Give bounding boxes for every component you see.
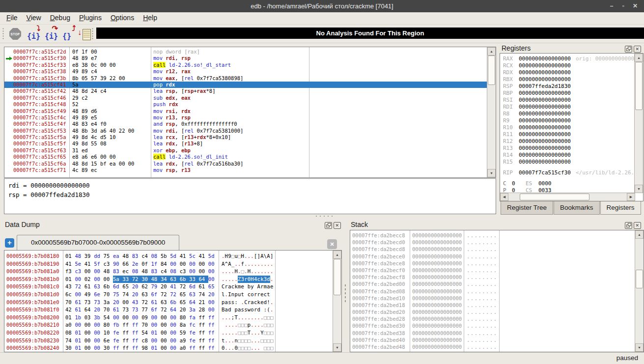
register-row[interactable]: RSP00007ffeda2d1830	[503, 83, 635, 90]
scroll-down-arrow[interactable]: ▼	[487, 169, 496, 177]
register-row[interactable]: RBX0000000000000000	[503, 76, 635, 83]
scroll-down-arrow[interactable]: ▼	[333, 343, 341, 352]
registers-hscrollbar[interactable]: ◀▶	[500, 193, 635, 201]
register-row[interactable]: RIP00007f7ca515cf30</usr/lib/ld-2.26.so	[503, 169, 635, 176]
disasm-row[interactable]: 00007f7c:a515cf6a48 8d 15 bf ea 00 00lea…	[4, 161, 487, 167]
hex-dump-view[interactable]: 00005569:b7b08180014839dd75ea4883c4085b5…	[4, 250, 342, 352]
register-row[interactable]: RDI0000000000000000	[503, 104, 635, 111]
register-row[interactable]: R150000000000000000	[503, 159, 635, 166]
stack-scrollbar[interactable]: ▲▼	[635, 230, 644, 352]
scroll-thumb[interactable]	[334, 259, 341, 295]
disasm-row[interactable]: 00007f7c:a515cf3048 89 e7mov rdi, rsp	[4, 55, 487, 61]
stack-row[interactable]: 00007ffe:da2bed100000000000000000.......…	[350, 295, 635, 302]
disasm-row[interactable]: 00007f7c:a515cf3b8b 05 57 39 22 00mov ea…	[4, 75, 487, 82]
disasm-row[interactable]: 00007f7c:a515cf2d0f 1f 00nop dword [rax]	[4, 49, 487, 55]
hex-row[interactable]: 00005569:b7b081b001000200005a33723048346…	[4, 276, 333, 283]
menu-item-debug[interactable]: Debug	[46, 12, 75, 24]
stack-row[interactable]: 00007ffe:da2becc80000000000000000.......…	[350, 232, 635, 239]
scroll-up-arrow[interactable]: ▲	[635, 230, 644, 239]
stack-row[interactable]: 00007ffe:da2bece00000000000000000.......…	[350, 253, 635, 260]
register-row[interactable]: R110000000000000000	[503, 131, 635, 138]
register-row[interactable]: RAX0000000000000000orig: 000000000000000…	[503, 56, 635, 62]
disasm-row[interactable]: 00007f7c:a515cf714c 89 ecmov rsp, r13	[4, 167, 487, 173]
hex-row[interactable]: 00005569:b7b08180014839dd75ea4883c4085b5…	[4, 252, 333, 260]
hex-row[interactable]: 00005569:b7b08200011b033b540000000900000…	[4, 314, 333, 322]
stack-row[interactable]: 00007ffe:da2becf80000000000000000.......…	[350, 274, 635, 280]
stack-row[interactable]: 00007ffe:da2bed280000000000000000.......…	[350, 315, 635, 322]
scroll-thumb[interactable]	[520, 194, 589, 200]
disassembly-view[interactable]: 00007f7c:a515cf2d0f 1f 00nop dword [rax]…	[4, 47, 496, 178]
step-into-button[interactable]: {i}⤵	[26, 27, 40, 41]
stack-view[interactable]: 00007ffe:da2becc80000000000000000.......…	[350, 230, 644, 352]
run-to-button[interactable]: ↓	[77, 27, 91, 41]
dump-region-tab[interactable]: 0x00005569b7b07000-0x00005569b7b09000	[17, 235, 179, 250]
close-panel-icon[interactable]	[634, 46, 641, 53]
step-over-button[interactable]: {i}↷	[43, 27, 58, 41]
float-panel-icon[interactable]	[625, 222, 632, 229]
hex-row[interactable]: 00005569:b7b08230740100006efeffffc800000…	[4, 337, 333, 345]
register-row[interactable]: RSI0000000000000000	[503, 97, 635, 104]
scroll-down-arrow[interactable]: ▼	[635, 343, 644, 352]
disasm-row[interactable]: 00007f7c:a515cf4c49 89 e5mov r13, rsp	[4, 114, 487, 121]
close-panel-icon[interactable]	[634, 222, 641, 229]
disasm-row[interactable]: 00007f7c:a515cf4248 8d 24 c4lea rsp, [rs…	[4, 88, 487, 94]
disasm-row[interactable]: 00007f7c:a515cf4f48 83 e4 f0and rsp, 0xf…	[4, 121, 487, 127]
close-button[interactable]: ✕	[629, 0, 641, 12]
toolbar-grip[interactable]	[2, 28, 5, 40]
vertical-splitter-handle[interactable]	[344, 283, 346, 303]
disasm-row[interactable]: 00007f7c:a515cf4629 c2sub edx, eax	[4, 95, 487, 101]
register-row[interactable]: RBP0000000000000000	[503, 90, 635, 97]
scroll-up-arrow[interactable]: ▲	[487, 47, 496, 56]
disasm-row[interactable]: 00007f7c:a515cf6331 edxor ebp, ebp	[4, 147, 487, 154]
scroll-up-arrow[interactable]: ▲	[635, 54, 643, 62]
minimize-button[interactable]: –	[606, 0, 617, 12]
register-row[interactable]: RCX0000000000000000	[503, 62, 635, 69]
maximize-button[interactable]: ▫	[617, 0, 629, 12]
datadump-scrollbar[interactable]: ▲▼	[333, 251, 341, 352]
menu-item-plugins[interactable]: Plugins	[75, 12, 106, 24]
flag-row[interactable]: C0ES0000	[503, 180, 635, 187]
stack-row[interactable]: 00007ffe:da2bed400000000000000000.......…	[350, 336, 635, 343]
scroll-thumb[interactable]	[636, 270, 643, 288]
close-panel-icon[interactable]	[334, 222, 341, 229]
tab-register-tree[interactable]: Register Tree	[501, 201, 553, 215]
stack-row[interactable]: 00007ffe:da2bed300000000000000000.......…	[350, 322, 635, 329]
hex-row[interactable]: 00005569:b7b081c0437261636b6d65206279204…	[4, 283, 333, 291]
scroll-down-arrow[interactable]: ▼	[635, 185, 643, 193]
hex-row[interactable]: 00005569:b7b08210a000000080fbffff7000000…	[4, 321, 333, 329]
stack-row[interactable]: 00007ffe:da2bed380000000000000000.......…	[350, 330, 635, 336]
disasm-row[interactable]: 00007f7c:a515cf4948 89 d6mov rsi, rdx	[4, 108, 487, 114]
register-row[interactable]: R80000000000000000	[503, 111, 635, 117]
register-row[interactable]: R120000000000000000	[503, 138, 635, 145]
scroll-thumb[interactable]	[488, 56, 495, 85]
stack-row[interactable]: 00007ffe:da2becd80000000000000000.......…	[350, 246, 635, 252]
hex-row[interactable]: 00005569:b7b082403001000030ffffff9801000…	[4, 344, 333, 352]
menu-item-help[interactable]: Help	[139, 12, 162, 24]
registers-view[interactable]: RAX0000000000000000orig: 000000000000000…	[500, 53, 644, 201]
register-row[interactable]: R130000000000000000	[503, 145, 635, 152]
menu-item-options[interactable]: Options	[106, 12, 139, 24]
register-row[interactable]: RDX0000000000000000	[503, 69, 635, 76]
hex-row[interactable]: 00005569:b7b081a0f3c300004883ec084883c40…	[4, 268, 333, 276]
disasm-row[interactable]: 00007f7c:a515cf415apop rdx	[4, 82, 487, 88]
scroll-left-arrow[interactable]: ◀	[500, 193, 508, 201]
flag-row[interactable]: P0CS0033	[503, 187, 635, 193]
stack-row[interactable]: 00007ffe:da2becd00000000000000000.......…	[350, 239, 635, 246]
disasm-row[interactable]: 00007f7c:a515cf5a49 8d 4c d5 10lea rcx, …	[4, 134, 487, 140]
disasm-row[interactable]: 00007f7c:a515cf65e8 a6 e6 00 00call ld-2…	[4, 154, 487, 160]
stack-row[interactable]: 00007ffe:da2bed000000000000000000.......…	[350, 280, 635, 287]
stack-row[interactable]: 00007ffe:da2bece80000000000000000.......…	[350, 260, 635, 267]
stack-row[interactable]: 00007ffe:da2bed200000000000000000.......…	[350, 308, 635, 315]
horizontal-splitter-handle[interactable]	[314, 215, 334, 217]
hex-row[interactable]: 00005569:b7b081f04261642070617373776f726…	[4, 306, 333, 314]
register-row[interactable]: R140000000000000000	[503, 152, 635, 159]
disasm-row[interactable]: 00007f7c:a515cf5f49 8d 55 08lea rdx, [r1…	[4, 140, 487, 147]
hex-row[interactable]: 00005569:b7b08190415e415fc390662e0f1f840…	[4, 260, 333, 268]
register-row[interactable]: R100000000000000000	[503, 124, 635, 131]
disasm-row[interactable]: 00007f7c:a515cf3849 89 c4mov r12, rax	[4, 68, 487, 75]
step-out-button[interactable]: {}⤴	[61, 27, 76, 41]
stack-row[interactable]: 00007ffe:da2bed080000000000000000.......…	[350, 288, 635, 295]
tab-bookmarks[interactable]: Bookmarks	[554, 201, 600, 215]
close-dump-tab-button[interactable]: ✕	[327, 239, 337, 249]
tab-registers[interactable]: Registers	[600, 201, 641, 215]
